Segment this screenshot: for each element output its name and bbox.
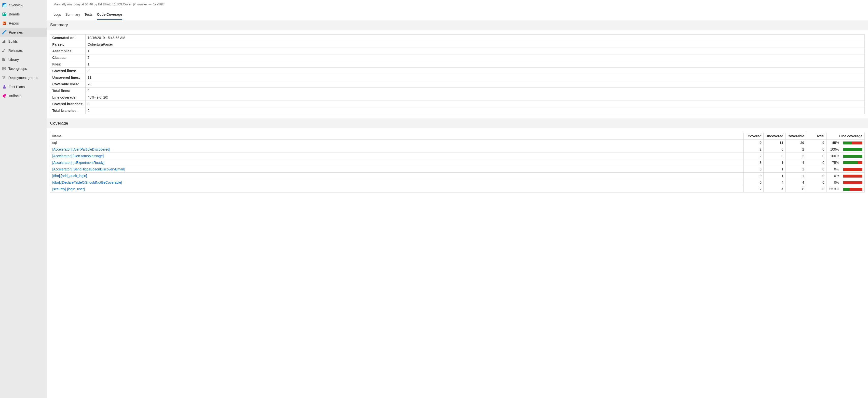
coverage-row: [Accelerator].[GetStatusMessage]2020100% [50, 153, 865, 159]
coverage-name: [security].[login_user] [50, 186, 744, 193]
coverage-pct: 100% [827, 146, 841, 153]
coverage-coverable: 4 [785, 159, 806, 166]
svg-rect-27 [4, 94, 6, 96]
coverage-name: [Accelerator].[SendHiggsBosonDiscoveryEm… [50, 166, 744, 173]
summary-row: Uncovered lines:11 [50, 74, 865, 81]
nav-label: Deployment groups [8, 76, 38, 80]
summary-row: Total lines:0 [50, 88, 865, 94]
nav-label: Builds [8, 39, 18, 43]
coverage-total: 0 [806, 186, 827, 193]
coverage-uncovered: 4 [764, 179, 785, 186]
coverage-bar-cell [841, 159, 865, 166]
coverage-name-link[interactable]: [Accelerator].[GetStatusMessage] [52, 154, 103, 158]
repo-name[interactable]: SQLCover [117, 2, 131, 6]
coverage-bar [843, 181, 862, 184]
coverage-uncovered: 1 [764, 166, 785, 173]
col-uncovered[interactable]: Uncovered [764, 133, 785, 139]
coverage-coverable: 20 [785, 139, 806, 146]
nav-test-plans[interactable]: Test Plans [0, 82, 46, 91]
summary-value: 9 [86, 68, 864, 74]
nav-artifacts[interactable]: Artifacts [0, 91, 46, 100]
coverage-row: [dbo].[add_audit_login]01100% [50, 173, 865, 179]
col-name[interactable]: Name [50, 133, 744, 139]
coverage-bar-cell [841, 179, 865, 186]
svg-point-33 [150, 4, 151, 5]
nav-label: Artifacts [9, 94, 21, 98]
coverage-bar [843, 141, 862, 144]
coverage-pct: 75% [827, 159, 841, 166]
builds-icon [1, 39, 6, 44]
nav-task-groups[interactable]: Task groups [0, 64, 46, 73]
nav-pipelines[interactable]: Pipelines [0, 28, 46, 37]
nav-overview[interactable]: Overview [0, 0, 46, 9]
coverage-bar-cell [841, 166, 865, 173]
coverage-uncovered: 11 [764, 139, 785, 146]
col-coverable[interactable]: Coverable [785, 133, 806, 139]
nav-label: Releases [8, 48, 23, 53]
coverage-name-link[interactable]: [dbo].[add_audit_login] [52, 174, 87, 178]
coverage-name-link[interactable]: [Accelerator].[AlertParticleDiscovered] [52, 147, 110, 151]
summary-row: Total branches:0 [50, 107, 865, 114]
svg-point-10 [5, 30, 7, 31]
summary-key: Covered branches: [50, 101, 86, 107]
tab-logs[interactable]: Logs [54, 12, 61, 20]
coverage-uncovered: 0 [764, 153, 785, 159]
coverage-total: 0 [806, 153, 827, 159]
nav-label: Repos [9, 21, 19, 25]
nav-deployment-groups[interactable]: Deployment groups [0, 73, 46, 82]
coverage-coverable: 6 [785, 186, 806, 193]
coverage-covered: 3 [743, 159, 764, 166]
nav-releases[interactable]: Releases [0, 46, 46, 55]
coverage-name-link[interactable]: [security].[login_user] [52, 187, 85, 191]
coverage-pct: 45% [827, 139, 841, 146]
coverage-name: [dbo].[add_audit_login] [50, 173, 744, 179]
coverage-pct: 0% [827, 179, 841, 186]
summary-key: Parser: [50, 41, 86, 48]
coverage-name-link[interactable]: [Accelerator].[IsExperimentReady] [52, 161, 104, 165]
summary-value: 7 [86, 55, 864, 61]
col-line-coverage[interactable]: Line coverage [827, 133, 865, 139]
releases-icon [1, 48, 6, 53]
tab-code-coverage[interactable]: Code Coverage [97, 12, 122, 20]
coverage-section-header: Coverage [46, 119, 868, 128]
summary-key: Files: [50, 61, 86, 68]
summary-value: CoberturaParser [86, 41, 864, 48]
coverage-uncovered: 1 [764, 159, 785, 166]
coverage-bar-cell [841, 153, 865, 159]
tab-summary[interactable]: Summary [65, 12, 80, 20]
summary-key: Total branches: [50, 107, 86, 114]
tab-tests[interactable]: Tests [85, 12, 93, 20]
col-total[interactable]: Total [806, 133, 827, 139]
run-info-bar: Manually run today at 06:46 by Ed Elliot… [46, 0, 868, 8]
svg-rect-11 [2, 42, 3, 43]
summary-row: Covered lines:9 [50, 68, 865, 74]
nav-builds[interactable]: Builds [0, 37, 46, 46]
branch-icon [133, 3, 136, 6]
coverage-summary-row: sql91120045% [50, 139, 865, 146]
summary-value: 45% (9 of 20) [86, 94, 864, 101]
svg-rect-17 [4, 58, 5, 61]
coverage-content: Name Covered Uncovered Coverable Total L… [46, 128, 868, 197]
coverage-name-link[interactable]: [Accelerator].[SendHiggsBosonDiscoveryEm… [52, 167, 125, 171]
coverage-total: 0 [806, 146, 827, 153]
main-panel: Manually run today at 06:46 by Ed Elliot… [46, 0, 868, 398]
svg-rect-19 [4, 67, 5, 68]
summary-row: Line coverage:45% (9 of 20) [50, 94, 865, 101]
coverage-pct: 33.3% [827, 186, 841, 193]
nav-boards[interactable]: Boards [0, 9, 46, 19]
nav-label: Task groups [8, 67, 27, 71]
summary-key: Total lines: [50, 88, 86, 94]
commit-hash[interactable]: 1ea562f [153, 2, 164, 6]
branch-name[interactable]: master [137, 2, 147, 6]
library-icon [1, 57, 6, 62]
svg-rect-3 [5, 4, 6, 7]
left-nav: Overview Boards Repos Pipelines Builds R… [0, 0, 46, 398]
coverage-row: [dbo].[DeclareTableCiShouldNotBeCoverabl… [50, 179, 865, 186]
coverage-name-link[interactable]: [dbo].[DeclareTableCiShouldNotBeCoverabl… [52, 180, 122, 185]
col-covered[interactable]: Covered [743, 133, 764, 139]
coverage-bar-cell [841, 186, 865, 193]
nav-library[interactable]: Library [0, 55, 46, 64]
boards-icon [2, 12, 7, 17]
coverage-name: [Accelerator].[IsExperimentReady] [50, 159, 744, 166]
nav-repos[interactable]: Repos [0, 19, 46, 28]
